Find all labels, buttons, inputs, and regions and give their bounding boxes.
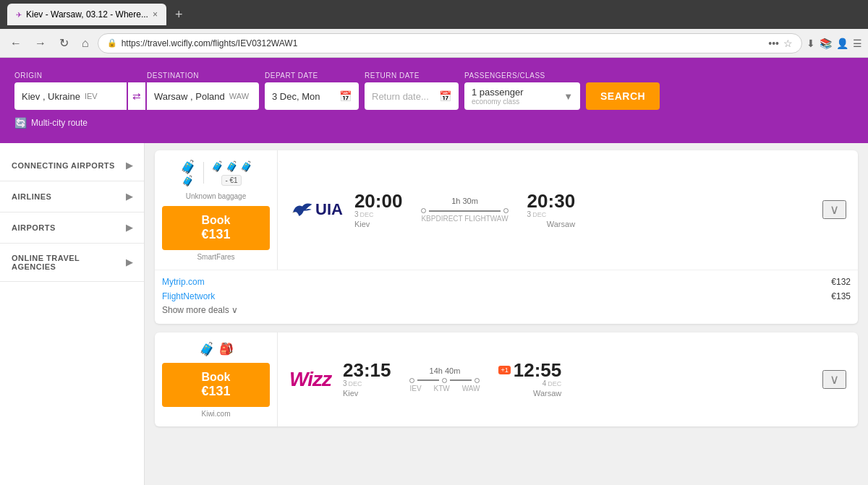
depart-time-2: 23:15 bbox=[343, 361, 391, 379]
line-segment-1 bbox=[417, 379, 439, 381]
ota-arrow-icon: ▶ bbox=[126, 257, 133, 267]
address-options-icon[interactable]: ••• bbox=[768, 38, 779, 49]
flight-line-1 bbox=[421, 208, 508, 213]
passengers-dropdown-icon: ▼ bbox=[563, 91, 573, 102]
search-button[interactable]: SEARCH bbox=[586, 82, 660, 110]
back-button[interactable]: ← bbox=[6, 34, 26, 53]
baggage-row-1: 🧳 🧳 🧳 🧳 🧳 - €1 bbox=[162, 159, 270, 186]
new-tab-button[interactable]: + bbox=[172, 7, 186, 22]
destination-code: WAW bbox=[229, 92, 249, 100]
expand-button-2[interactable]: ∨ bbox=[822, 370, 846, 389]
duration-text-1: 1h 30m bbox=[421, 197, 508, 205]
show-more-deals-1[interactable]: Show more deals ∨ bbox=[162, 304, 851, 317]
deal-row-1a: Mytrip.com €132 bbox=[162, 275, 851, 289]
browser-actions: ⬇ 📚 👤 ☰ bbox=[807, 38, 862, 49]
baggage-icon-1b: 🧳 bbox=[182, 175, 194, 186]
line-dot-right-1 bbox=[503, 208, 509, 213]
return-label: RETURN DATE bbox=[365, 72, 459, 80]
no-baggage-icon-1b: 🧳 bbox=[226, 160, 238, 172]
provider-1: SmartFares bbox=[197, 253, 234, 261]
search-fields: ORIGIN Kiev , Ukraine IEV ⇄ DESTINATION … bbox=[14, 69, 854, 110]
multi-city-route[interactable]: 🔄 Multi-city route bbox=[14, 117, 854, 129]
sync-button[interactable]: 👤 bbox=[836, 38, 848, 49]
line-dot-mid-2 bbox=[442, 378, 447, 383]
airlines-label: AIRLINES bbox=[12, 192, 51, 201]
depart-city-2: Kiev bbox=[343, 389, 391, 398]
line-segment-2 bbox=[450, 379, 472, 381]
deal-name-1a[interactable]: Mytrip.com bbox=[162, 277, 205, 287]
baggage-icon-1a: 🧳 bbox=[180, 159, 196, 175]
line-bar-1 bbox=[429, 210, 500, 212]
booking-panel-2: 🧳 🎒 Book €131 Kiwi.com bbox=[155, 332, 278, 426]
swap-button[interactable]: ⇄ bbox=[128, 82, 145, 110]
no-baggage-icon-1c: 🧳 bbox=[240, 160, 252, 172]
show-more-label-1: Show more deals bbox=[162, 305, 229, 315]
flight-times-2: 23:15 3 DEC Kiev 14h 40m bbox=[343, 361, 561, 398]
no-baggage-icon-1a: 🧳 bbox=[211, 160, 224, 172]
minus-badge-1: - €1 bbox=[221, 175, 241, 186]
deal-name-1b[interactable]: FlightNetwork bbox=[162, 291, 215, 301]
deal-row-1b: FlightNetwork €135 bbox=[162, 289, 851, 304]
menu-button[interactable]: ☰ bbox=[853, 38, 862, 49]
search-header: ORIGIN Kiev , Ukraine IEV ⇄ DESTINATION … bbox=[0, 58, 868, 143]
depart-code-1: KBP bbox=[421, 215, 435, 223]
main-container: CONNECTING AIRPORTS ▶ AIRLINES ▶ AIRPORT… bbox=[0, 143, 868, 485]
ota-label: ONLINE TRAVEL AGENCIES bbox=[12, 254, 126, 271]
flight-info-2: Wizz 23:15 3 DEC Kiev bbox=[278, 332, 858, 426]
arrive-month-1: DEC bbox=[532, 211, 546, 218]
baggage-row-2: 🧳 🎒 bbox=[162, 341, 270, 357]
wizz-text-izz: izz bbox=[307, 368, 331, 390]
return-date-input[interactable]: Return date... 📅 bbox=[365, 82, 459, 110]
depart-date-group: DEPART DATE 3 Dec, Mon 📅 bbox=[265, 72, 359, 110]
connecting-airports-header[interactable]: CONNECTING AIRPORTS ▶ bbox=[0, 150, 144, 181]
browser-tab[interactable]: ✈ Kiev - Warsaw, 03.12 - Where... × bbox=[7, 4, 166, 25]
destination-value: Warsaw , Poland bbox=[154, 91, 225, 102]
airports-header[interactable]: AIRPORTS ▶ bbox=[0, 213, 144, 243]
destination-label: DESTINATION bbox=[147, 72, 259, 80]
expand-button-1[interactable]: ∨ bbox=[822, 200, 846, 219]
forward-button[interactable]: → bbox=[30, 34, 51, 53]
origin-input[interactable]: Kiev , Ukraine IEV bbox=[14, 82, 127, 110]
home-button[interactable]: ⌂ bbox=[77, 34, 93, 53]
show-more-arrow-icon: ∨ bbox=[231, 305, 238, 315]
depart-month-2: DEC bbox=[349, 380, 362, 387]
depart-date-input[interactable]: 3 Dec, Mon 📅 bbox=[265, 82, 359, 110]
connecting-airports-label: CONNECTING AIRPORTS bbox=[12, 161, 115, 170]
origin-label: ORIGIN bbox=[14, 72, 127, 80]
airlines-header[interactable]: AIRLINES ▶ bbox=[0, 181, 144, 212]
library-button[interactable]: 📚 bbox=[820, 38, 832, 49]
ota-header[interactable]: ONLINE TRAVEL AGENCIES ▶ bbox=[0, 244, 144, 281]
duration-text-2: 14h 40m bbox=[409, 366, 480, 375]
address-bar[interactable]: 🔒 https://travel.wcifly.com/flights/IEV0… bbox=[98, 33, 802, 53]
arrive-time-1: 20:30 bbox=[527, 192, 576, 210]
origin-value: Kiev , Ukraine bbox=[22, 91, 80, 102]
bookmark-icon[interactable]: ☆ bbox=[783, 38, 793, 49]
tab-close-btn[interactable]: × bbox=[153, 9, 158, 20]
sidebar-section-airlines: AIRLINES ▶ bbox=[0, 181, 144, 213]
passengers-input[interactable]: 1 passenger economy class ▼ bbox=[464, 82, 580, 110]
depart-day-1: 3 bbox=[354, 210, 359, 218]
baggage-label-1: Unknown baggage bbox=[186, 192, 246, 200]
book-button-1[interactable]: Book €131 bbox=[162, 206, 270, 250]
flight-duration-2: 14h 40m IEV KTW WAW bbox=[402, 366, 487, 392]
stop-code-2: KTW bbox=[434, 385, 450, 392]
extensions-button[interactable]: ⬇ bbox=[807, 38, 815, 49]
direct-label-1: DIRECT FLIGHT bbox=[435, 215, 490, 223]
uia-bird-icon bbox=[289, 197, 315, 223]
book-price-1: €131 bbox=[169, 227, 263, 243]
destination-input[interactable]: Warsaw , Poland WAW bbox=[147, 82, 259, 110]
uia-logo: UIA bbox=[289, 197, 343, 223]
arrive-city-1: Warsaw bbox=[527, 220, 576, 228]
book-button-2[interactable]: Book €131 bbox=[162, 363, 270, 407]
wizz-logo: Wizz bbox=[289, 368, 331, 391]
ssl-lock-icon: 🔒 bbox=[107, 38, 117, 48]
depart-month-1: DEC bbox=[359, 211, 373, 218]
arrive-code-2: WAW bbox=[462, 385, 480, 392]
sidebar: CONNECTING AIRPORTS ▶ AIRLINES ▶ AIRPORT… bbox=[0, 143, 145, 485]
wizz-text-w: W bbox=[289, 368, 307, 390]
address-text: https://travel.wcifly.com/flights/IEV031… bbox=[122, 38, 765, 48]
arrive-day-1: 3 bbox=[527, 210, 532, 218]
connecting-airports-arrow-icon: ▶ bbox=[126, 160, 133, 171]
refresh-button[interactable]: ↻ bbox=[55, 33, 73, 53]
line-dot-left-2 bbox=[409, 378, 414, 383]
